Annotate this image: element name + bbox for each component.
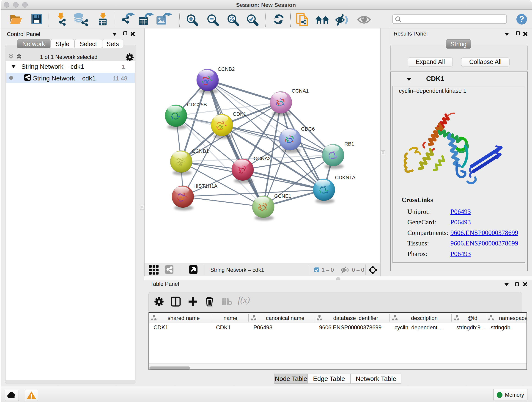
svg-text:HIST1H1A: HIST1H1A (193, 183, 217, 189)
svg-text:CCNB1: CCNB1 (192, 148, 209, 154)
svg-text:?: ? (519, 14, 524, 24)
svg-text:CCNE1: CCNE1 (274, 193, 291, 199)
svg-text:CDC6: CDC6 (301, 126, 315, 132)
svg-text:CDKN1A: CDKN1A (335, 175, 355, 180)
svg-text:CDC25B: CDC25B (187, 102, 207, 108)
svg-text:CCNA1: CCNA1 (292, 88, 309, 94)
svg-text:RB1: RB1 (344, 141, 354, 147)
svg-text:CCNA2: CCNA2 (254, 156, 271, 161)
svg-text:CCNB2: CCNB2 (218, 66, 235, 72)
svg-text:CDK1: CDK1 (233, 111, 246, 117)
